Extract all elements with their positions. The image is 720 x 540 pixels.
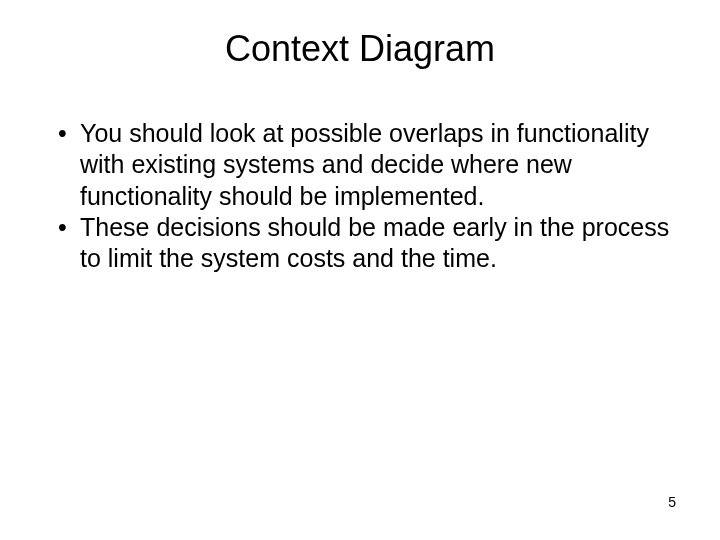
list-item: These decisions should be made early in … <box>58 212 682 275</box>
slide-title: Context Diagram <box>38 28 682 70</box>
page-number: 5 <box>668 494 676 510</box>
bullet-list: You should look at possible overlaps in … <box>38 118 682 274</box>
list-item: You should look at possible overlaps in … <box>58 118 682 212</box>
slide: Context Diagram You should look at possi… <box>0 0 720 540</box>
